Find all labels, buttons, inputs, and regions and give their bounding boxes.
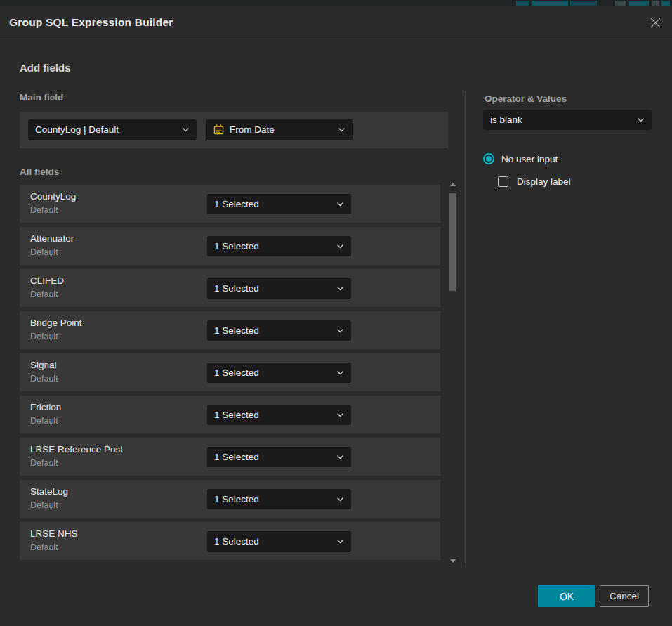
field-subtitle: Default — [30, 205, 58, 215]
field-selection-value: 1 Selected — [214, 452, 259, 462]
field-selection-value: 1 Selected — [214, 199, 259, 209]
no-user-input-label: No user input — [501, 154, 558, 164]
main-field-source-dropdown[interactable]: CountyLog | Default — [28, 119, 197, 140]
group-sql-expression-builder-dialog: Group SQL Expression Builder Add fields … — [0, 6, 672, 626]
chevron-down-icon — [336, 202, 344, 207]
field-selection-dropdown[interactable]: 1 Selected — [207, 236, 351, 256]
close-icon — [650, 17, 661, 29]
background-app-fragment — [516, 1, 529, 6]
field-subtitle: Default — [30, 416, 58, 426]
ok-button[interactable]: OK — [538, 585, 595, 607]
field-selection-dropdown[interactable]: 1 Selected — [207, 489, 351, 509]
field-row: Attenuator Default 1 Selected — [20, 227, 440, 265]
chevron-down-icon — [338, 127, 345, 132]
field-subtitle: Default — [30, 332, 58, 341]
close-button[interactable] — [648, 15, 662, 30]
field-name: Signal — [30, 360, 57, 370]
main-field-label: Main field — [20, 92, 63, 103]
field-selection-dropdown[interactable]: 1 Selected — [207, 194, 351, 214]
display-label-text: Display label — [517, 176, 571, 187]
field-row: CLIFED Default 1 Selected — [20, 269, 440, 307]
dialog-title: Group SQL Expression Builder — [9, 16, 173, 29]
field-selection-dropdown[interactable]: 1 Selected — [207, 447, 351, 467]
field-name: Bridge Point — [30, 318, 82, 328]
no-user-input-radio[interactable]: No user input — [483, 153, 558, 164]
field-selection-value: 1 Selected — [214, 283, 259, 294]
add-fields-heading: Add fields — [20, 62, 71, 74]
operator-value: is blank — [490, 115, 522, 125]
field-subtitle: Default — [30, 289, 58, 299]
field-subtitle: Default — [30, 374, 58, 384]
field-selection-value: 1 Selected — [214, 536, 259, 547]
field-name: Attenuator — [30, 233, 74, 244]
main-field-date-value: From Date — [230, 124, 275, 135]
background-app-fragment — [652, 1, 659, 6]
chevron-down-icon — [182, 127, 190, 132]
operator-values-label: Operator & Values — [485, 93, 567, 104]
field-selection-dropdown[interactable]: 1 Selected — [207, 531, 351, 552]
display-label-checkbox[interactable]: Display label — [498, 176, 571, 187]
all-fields-list: CountyLog Default 1 Selected Attenuator … — [20, 185, 440, 564]
background-app-fragment — [532, 1, 568, 6]
background-app-fragment — [615, 1, 626, 6]
field-subtitle: Default — [30, 542, 58, 552]
field-row: Friction Default 1 Selected — [20, 396, 440, 433]
field-row: StateLog Default 1 Selected — [20, 480, 440, 518]
panel-divider — [465, 91, 466, 563]
scrollbar-thumb[interactable] — [449, 193, 456, 291]
field-subtitle: Default — [30, 500, 58, 510]
all-fields-label: All fields — [20, 167, 59, 177]
operator-dropdown[interactable]: is blank — [483, 110, 652, 130]
field-name: StateLog — [30, 486, 68, 497]
calendar-icon — [213, 124, 224, 135]
chevron-down-icon — [336, 497, 344, 502]
field-selection-value: 1 Selected — [214, 241, 259, 252]
chevron-down-icon — [336, 455, 344, 459]
field-selection-value: 1 Selected — [214, 494, 259, 504]
background-app-fragment — [570, 1, 597, 6]
field-row: LRSE NHS Default 1 Selected — [20, 522, 440, 560]
field-selection-dropdown[interactable]: 1 Selected — [207, 320, 351, 341]
field-selection-value: 1 Selected — [214, 325, 259, 336]
chevron-down-icon — [637, 117, 645, 122]
field-name: CountyLog — [30, 191, 76, 202]
radio-selected-icon — [483, 153, 494, 164]
field-row: Signal Default 1 Selected — [20, 353, 440, 391]
field-selection-dropdown[interactable]: 1 Selected — [207, 363, 351, 383]
field-selection-value: 1 Selected — [214, 410, 259, 420]
chevron-down-icon — [336, 539, 344, 544]
chevron-down-icon — [336, 370, 344, 375]
field-row: CountyLog Default 1 Selected — [20, 185, 440, 223]
chevron-down-icon — [336, 412, 344, 417]
field-subtitle: Default — [30, 247, 58, 257]
background-app-fragment — [629, 1, 649, 6]
field-name: CLIFED — [30, 275, 64, 286]
background-app-strip — [0, 0, 672, 6]
main-field-date-dropdown[interactable]: From Date — [206, 119, 353, 140]
field-selection-value: 1 Selected — [214, 367, 259, 378]
field-name: LRSE NHS — [30, 528, 78, 539]
field-row: Bridge Point Default 1 Selected — [20, 311, 440, 349]
field-subtitle: Default — [30, 458, 58, 468]
chevron-down-icon — [336, 244, 344, 249]
field-selection-dropdown[interactable]: 1 Selected — [207, 278, 351, 299]
background-app-fragment — [661, 1, 670, 6]
scroll-up-icon[interactable] — [450, 183, 456, 186]
chevron-down-icon — [336, 286, 344, 291]
field-name: Friction — [30, 402, 61, 412]
scroll-down-icon[interactable] — [450, 559, 456, 563]
cancel-button[interactable]: Cancel — [600, 585, 649, 607]
main-field-panel: CountyLog | Default From Date — [20, 112, 448, 148]
main-field-source-value: CountyLog | Default — [35, 124, 119, 135]
dialog-titlebar: Group SQL Expression Builder — [0, 6, 672, 39]
checkbox-unchecked-icon — [498, 176, 508, 187]
chevron-down-icon — [336, 328, 344, 333]
field-selection-dropdown[interactable]: 1 Selected — [207, 405, 351, 425]
field-row: LRSE Reference Post Default 1 Selected — [20, 438, 440, 476]
field-name: LRSE Reference Post — [30, 444, 123, 455]
